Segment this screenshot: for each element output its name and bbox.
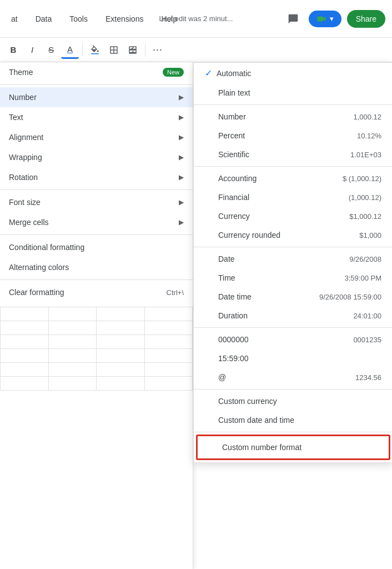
strikethrough-button[interactable]: S: [42, 41, 60, 59]
financial-option[interactable]: Financial (1,000.12): [194, 188, 392, 207]
time-format-label-wrap: 15:59:00: [205, 354, 249, 363]
grid-row: [1, 335, 193, 349]
merge-cells-button[interactable]: [124, 41, 142, 59]
comment-icon[interactable]: [283, 9, 303, 29]
custom-currency-option[interactable]: Custom currency: [194, 392, 392, 411]
zerofill-label: 0000000: [218, 335, 249, 344]
scientific-label: Scientific: [218, 150, 249, 159]
date-time-label-wrap: Date time: [205, 292, 252, 301]
accounting-option[interactable]: Accounting $ (1,000.12): [194, 169, 392, 188]
merge-cells-menu-item[interactable]: Merge cells ▶: [0, 212, 193, 232]
top-bar-actions: ▾ Share: [283, 9, 385, 29]
custom-number-format-option[interactable]: Custom number format: [198, 436, 389, 458]
wrapping-arrow-icon: ▶: [179, 153, 184, 161]
grid-row: [1, 377, 193, 391]
font-size-menu-item[interactable]: Font size ▶: [0, 192, 193, 212]
custom-date-time-label: Custom date and time: [218, 416, 294, 425]
merge-cells-label: Merge cells: [9, 218, 49, 227]
menu-tools[interactable]: Tools: [65, 12, 92, 26]
more-options-button[interactable]: ···: [149, 41, 167, 59]
time-format-option[interactable]: 15:59:00: [194, 349, 392, 368]
custom-date-time-label-wrap: Custom date and time: [205, 416, 294, 425]
submenu-divider-6: [194, 432, 392, 432]
submenu-divider-1: [194, 104, 392, 105]
underline-button[interactable]: A: [61, 41, 79, 59]
zerofill-option[interactable]: 0000000 0001235: [194, 330, 392, 349]
theme-new-badge: New: [163, 68, 184, 77]
financial-value: (1,000.12): [349, 193, 381, 202]
meet-button[interactable]: ▾: [309, 11, 341, 27]
accounting-value: $ (1,000.12): [343, 174, 381, 183]
main-area: Theme New Number ▶ Text ▶ Alignment ▶ Wr…: [0, 62, 392, 569]
theme-menu-item[interactable]: Theme New: [0, 62, 193, 82]
scientific-option[interactable]: Scientific 1.01E+03: [194, 145, 392, 164]
currency-option[interactable]: Currency $1,000.12: [194, 207, 392, 226]
grid-row: [1, 349, 193, 363]
wrapping-menu-item[interactable]: Wrapping ▶: [0, 147, 193, 167]
custom-date-time-option[interactable]: Custom date and time: [194, 411, 392, 430]
date-time-option[interactable]: Date time 9/26/2008 15:59:00: [194, 287, 392, 306]
duration-option[interactable]: Duration 24:01:00: [194, 306, 392, 325]
percent-option[interactable]: Percent 10.12%: [194, 126, 392, 145]
alternating-colors-menu-item[interactable]: Alternating colors: [0, 257, 193, 277]
date-time-value: 9/26/2008 15:59:00: [319, 293, 381, 301]
italic-button[interactable]: I: [23, 41, 41, 59]
number-option[interactable]: Number 1,000.12: [194, 107, 392, 126]
grid-row: [1, 307, 193, 321]
currency-rounded-value: $1,000: [359, 231, 381, 239]
time-option[interactable]: Time 3:59:00 PM: [194, 268, 392, 287]
automatic-check-icon: ✓: [205, 68, 212, 78]
number-label: Number: [9, 93, 37, 102]
clear-formatting-menu-item[interactable]: Clear formatting Ctrl+\: [0, 282, 193, 302]
conditional-formatting-menu-item[interactable]: Conditional formatting: [0, 237, 193, 257]
time-label: Time: [218, 273, 235, 282]
menu-bar: at Data Tools Extensions Help: [7, 12, 182, 26]
at-option[interactable]: @ 1234.56: [194, 368, 392, 387]
rotation-menu-item[interactable]: Rotation ▶: [0, 167, 193, 187]
date-option[interactable]: Date 9/26/2008: [194, 249, 392, 268]
menu-divider-2: [0, 234, 193, 235]
menu-divider-top: [0, 84, 193, 85]
formatting-toolbar: B I S A ···: [0, 38, 392, 62]
scientific-value: 1.01E+03: [350, 151, 381, 159]
duration-label: Duration: [218, 311, 248, 320]
custom-currency-label: Custom currency: [218, 397, 277, 406]
currency-rounded-label-wrap: Currency rounded: [205, 231, 280, 239]
bold-button[interactable]: B: [4, 41, 22, 59]
accounting-label-wrap: Accounting: [205, 174, 257, 183]
menu-data[interactable]: Data: [31, 12, 57, 26]
alignment-arrow-icon: ▶: [179, 133, 184, 141]
clear-formatting-label: Clear formatting: [9, 288, 64, 297]
duration-value: 24:01:00: [353, 312, 381, 320]
submenu-divider-4: [194, 327, 392, 328]
plain-text-option[interactable]: Plain text: [194, 83, 392, 102]
menu-at[interactable]: at: [7, 12, 22, 26]
zerofill-label-wrap: 0000000: [205, 335, 249, 344]
text-menu-item[interactable]: Text ▶: [0, 107, 193, 127]
date-label: Date: [218, 254, 235, 263]
custom-number-format-label-wrap: Custom number format: [209, 443, 301, 452]
grid-row: [1, 321, 193, 335]
alignment-menu-item[interactable]: Alignment ▶: [0, 127, 193, 147]
duration-label-wrap: Duration: [205, 311, 248, 320]
date-value: 9/26/2008: [349, 255, 381, 263]
share-button[interactable]: Share: [347, 10, 385, 28]
borders-button[interactable]: [105, 41, 123, 59]
number-format-submenu: ✓ Automatic Plain text Number 1,000.12: [193, 62, 392, 463]
custom-number-format-label: Custom number format: [222, 443, 301, 452]
automatic-option[interactable]: ✓ Automatic: [194, 63, 392, 83]
clear-formatting-shortcut: Ctrl+\: [167, 288, 184, 297]
number-menu-item[interactable]: Number ▶: [0, 87, 193, 107]
fill-color-button[interactable]: [86, 41, 104, 59]
automatic-label: Automatic: [217, 69, 251, 78]
menu-extensions[interactable]: Extensions: [101, 12, 148, 26]
time-label-wrap: Time: [205, 273, 235, 282]
separator-2: [145, 43, 145, 57]
currency-value: $1,000.12: [349, 212, 381, 221]
date-time-label: Date time: [218, 292, 252, 301]
custom-number-format-container: Custom number format: [196, 435, 390, 460]
last-edit-text: Last edit was 2 minut...: [159, 14, 233, 23]
submenu-divider-3: [194, 247, 392, 247]
at-label-wrap: @: [205, 373, 226, 382]
currency-rounded-option[interactable]: Currency rounded $1,000: [194, 226, 392, 244]
